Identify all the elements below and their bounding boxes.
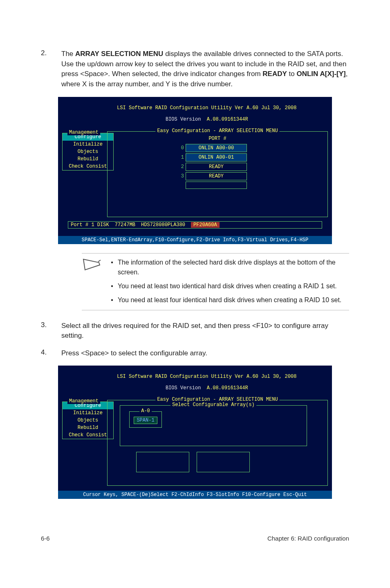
- note-bullet-2: •You need at least two identical hard di…: [106, 281, 349, 291]
- drive-cell-3: READY: [186, 172, 247, 180]
- step-4-body: Press <Space> to select the configurable…: [61, 348, 349, 359]
- step2-t3: to: [287, 70, 297, 78]
- step-4: 4. Press <Space> to select the configura…: [41, 348, 349, 359]
- note-icon: [82, 258, 106, 309]
- bios2-title: LSI Software RAID Configuration Utility …: [58, 366, 332, 397]
- bios2-frame-title: Easy Configuration - ARRAY SELECTION MEN…: [155, 397, 279, 402]
- drive-num-2: 2: [177, 164, 184, 170]
- sidebar-item-rebuild[interactable]: Rebuild: [63, 424, 113, 431]
- bullet-dot: •: [106, 258, 118, 277]
- bios1-port-header: PORT #: [108, 136, 327, 141]
- bios-screenshot-2: LSI Software RAID Configuration Utility …: [58, 366, 332, 499]
- bios2-a0-title: A-0: [139, 408, 152, 414]
- status-port: Port # 1 DISK: [71, 222, 109, 228]
- step-2-body: The ARRAY SELECTION MENU displays the av…: [61, 49, 349, 90]
- sidebar-item-check-consist[interactable]: Check Consist: [63, 431, 113, 439]
- step2-t1: The: [61, 50, 75, 58]
- note-block: •The information of the selected hard di…: [82, 253, 349, 310]
- bios2-sidebar-header: Management: [67, 398, 100, 404]
- empty-box-1: [136, 452, 189, 472]
- drive-empty-slot: [186, 182, 247, 189]
- step2-b2: READY: [262, 70, 287, 78]
- drive-num-0: 0: [177, 145, 184, 151]
- drive-row-2[interactable]: 2 READY: [177, 163, 258, 171]
- bios2-span-box: SPAN-1: [134, 417, 157, 424]
- note-text-2: You need at least two identical hard dis…: [118, 281, 349, 291]
- bios1-footer: SPACE-Sel,ENTER-EndArray,F10-Configure,F…: [58, 236, 332, 244]
- chapter-title: Chapter 6: RAID configuration: [267, 535, 349, 542]
- sidebar-item-objects[interactable]: Objects: [63, 148, 113, 155]
- drive-row-3[interactable]: 3 READY: [177, 172, 258, 180]
- bios1-sidebar-header: Management: [67, 130, 100, 135]
- bios1-drive-list: 0 ONLIN A00-00 1 ONLIN A00-01 2 READY: [177, 144, 258, 189]
- bios1-title-line2b: A.08.09161344R: [207, 117, 248, 122]
- note-rule-top: [82, 253, 349, 254]
- drive-row-1[interactable]: 1 ONLIN A00-01: [177, 153, 258, 162]
- page-footer: 6-6 Chapter 6: RAID configuration: [41, 532, 349, 554]
- empty-box-2: [197, 452, 250, 472]
- sidebar-item-initialize[interactable]: Initialize: [63, 141, 113, 148]
- step-2: 2. The ARRAY SELECTION MENU displays the…: [41, 49, 349, 90]
- bios1-title-line1: LSI Software RAID Configuration Utility …: [117, 105, 296, 111]
- drive-cell-1: ONLIN A00-01: [186, 153, 247, 162]
- bios2-a0-frame[interactable]: A-0 SPAN-1: [129, 411, 162, 428]
- bios2-inner-title: Select Configurable Array(s): [170, 402, 256, 408]
- bios2-title-line2a: BIOS Version: [166, 385, 207, 391]
- bios1-sidebar: Management Configure Initialize Objects …: [62, 133, 114, 171]
- bios1-status-line: Port # 1 DISK 77247MB HDS728080PLA380 PF…: [68, 221, 322, 229]
- note-bullet-3: •You need at least four identical hard d…: [106, 295, 349, 305]
- bios2-inner-frame: Select Configurable Array(s) A-0 SPAN-1: [120, 405, 307, 446]
- sidebar-item-initialize[interactable]: Initialize: [63, 409, 113, 417]
- drive-num-3: 3: [177, 173, 184, 179]
- bios1-title: LSI Software RAID Configuration Utility …: [58, 97, 332, 129]
- bios1-frame-title: Easy Configuration - ARRAY SELECTION MEN…: [155, 128, 279, 134]
- status-pf: PF20A60A: [191, 222, 220, 228]
- step-3-number: 3.: [41, 321, 61, 341]
- sidebar-item-objects[interactable]: Objects: [63, 417, 113, 424]
- drive-num-1: 1: [177, 155, 184, 160]
- note-bullet-1: •The information of the selected hard di…: [106, 258, 349, 277]
- bios2-title-line1: LSI Software RAID Configuration Utility …: [117, 374, 296, 379]
- bios-screenshot-1: LSI Software RAID Configuration Utility …: [58, 97, 332, 244]
- sidebar-item-check-consist[interactable]: Check Consist: [63, 163, 113, 170]
- step-4-number: 4.: [41, 348, 61, 359]
- step2-b1: ARRAY SELECTION MENU: [75, 50, 163, 58]
- bios2-sidebar: Management Configure Initialize Objects …: [62, 402, 114, 439]
- note-rule-bottom: [82, 310, 349, 310]
- bullet-dot: •: [106, 281, 118, 291]
- bios2-title-line2b: A.08.09161344R: [207, 385, 248, 391]
- drive-cell-0: ONLIN A00-00: [186, 144, 247, 152]
- note-text-3: You need at least four identical hard di…: [118, 295, 349, 305]
- step2-b3: ONLIN A[X]-[Y]: [296, 70, 345, 78]
- step-3-body: Select all the drives required for the R…: [61, 321, 349, 341]
- bios2-array-selection-frame: Easy Configuration - ARRAY SELECTION MEN…: [107, 400, 328, 486]
- bios2-footer: Cursor Keys, SPACE-(De)Select F2-ChIdInf…: [58, 491, 332, 499]
- bios1-title-line2a: BIOS Version: [166, 117, 207, 122]
- status-model: HDS728080PLA380: [141, 222, 185, 228]
- step-3: 3. Select all the drives required for th…: [41, 321, 349, 341]
- bios1-array-selection-frame: Easy Configuration - ARRAY SELECTION MEN…: [107, 131, 328, 217]
- bullet-dot: •: [106, 295, 118, 305]
- drive-row-0[interactable]: 0 ONLIN A00-00: [177, 144, 258, 152]
- drive-cell-2: READY: [186, 163, 247, 171]
- note-text-1: The information of the selected hard dis…: [118, 258, 349, 277]
- step-2-number: 2.: [41, 49, 61, 90]
- sidebar-item-rebuild[interactable]: Rebuild: [63, 155, 113, 163]
- status-size: 77247MB: [115, 222, 135, 228]
- bios2-empty-boxes: [136, 452, 327, 472]
- page-number: 6-6: [41, 535, 50, 542]
